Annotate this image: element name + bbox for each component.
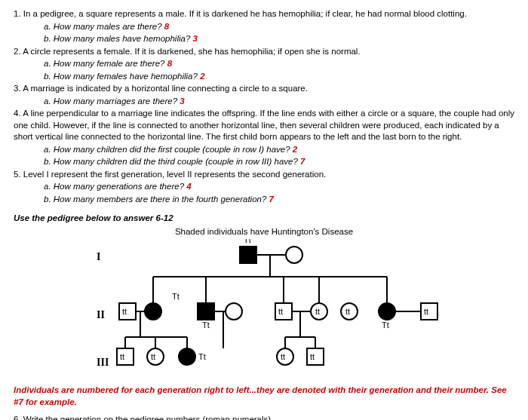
q1b: b. How many males have hemophilia? 3 bbox=[14, 33, 514, 45]
gen-label-2: II bbox=[97, 308, 105, 323]
svg-text:Tt: Tt bbox=[198, 352, 206, 361]
q2a-text: a. How many female are there? bbox=[44, 59, 164, 68]
pedigree-chart: I II III Tt tt Tt Tt tt tt bbox=[89, 239, 481, 379]
q1b-ans: 3 bbox=[193, 34, 198, 43]
q2a: a. How many female are there? 8 bbox=[14, 58, 514, 70]
svg-text:tt: tt bbox=[122, 307, 127, 316]
svg-text:Tt: Tt bbox=[172, 292, 180, 301]
q4a-ans: 2 bbox=[293, 145, 297, 154]
svg-point-24 bbox=[379, 303, 395, 320]
q3a-text: a. How many marriages are there? bbox=[44, 97, 177, 106]
pedigree-title: Shaded individuals have Huntington's Dis… bbox=[14, 226, 514, 238]
svg-text:tt: tt bbox=[151, 352, 155, 361]
q3a-ans: 3 bbox=[180, 97, 184, 106]
q2-text: 2. A circle represents a female. If it i… bbox=[14, 46, 514, 58]
q6: 6. Write the generation on the pedigree … bbox=[14, 414, 514, 420]
instruction-6-12: Use the pedigree below to answer 6-12 bbox=[14, 213, 514, 225]
svg-text:tt: tt bbox=[424, 307, 428, 316]
q5-text: 5. Level I represent the first generatio… bbox=[14, 169, 514, 181]
q2b-text: b. How many females have hemophilia? bbox=[44, 72, 198, 81]
q4b-text: b. How many children did the third coupl… bbox=[44, 157, 298, 166]
svg-text:tt: tt bbox=[120, 352, 124, 361]
q4b-ans: 7 bbox=[300, 157, 305, 166]
gen-label-3: III bbox=[97, 356, 109, 370]
numbering-note: Individuals are numbered for each genera… bbox=[14, 385, 514, 408]
q5a-text: a. How many generations are there? bbox=[44, 182, 184, 191]
q2a-ans: 8 bbox=[167, 59, 172, 68]
svg-point-15 bbox=[226, 303, 242, 320]
svg-point-38 bbox=[179, 348, 195, 365]
q4-text: 4. A line perpendicular to a marriage li… bbox=[14, 108, 514, 143]
genotype-label: Tt bbox=[244, 239, 251, 244]
svg-rect-13 bbox=[198, 303, 214, 320]
q1a-ans: 8 bbox=[164, 22, 169, 31]
female-unaffected-icon bbox=[286, 247, 302, 263]
svg-point-11 bbox=[145, 303, 161, 320]
svg-text:tt: tt bbox=[315, 307, 320, 316]
svg-text:Tt: Tt bbox=[202, 320, 210, 330]
svg-text:tt: tt bbox=[281, 352, 285, 361]
q3-text: 3. A marriage is indicated by a horizont… bbox=[14, 83, 514, 95]
svg-text:tt: tt bbox=[310, 352, 315, 361]
q2b: b. How many females have hemophilia? 2 bbox=[14, 71, 514, 83]
pedigree-svg: Tt tt Tt Tt tt tt tt bbox=[89, 239, 481, 379]
q2b-ans: 2 bbox=[200, 72, 204, 81]
male-affected-icon bbox=[240, 247, 256, 263]
q1a: a. How many males are there? 8 bbox=[14, 21, 514, 33]
gen-label-1: I bbox=[97, 250, 100, 265]
q4a-text: a. How many children did the first coupl… bbox=[44, 145, 290, 154]
q1-text: 1. In a pedigree, a square represents a … bbox=[14, 8, 514, 20]
q5b-ans: 7 bbox=[269, 195, 274, 204]
q4b: b. How many children did the third coupl… bbox=[14, 156, 514, 168]
q5a: a. How many generations are there? 4 bbox=[14, 181, 514, 193]
svg-text:tt: tt bbox=[345, 307, 350, 316]
q1b-text: b. How many males have hemophilia? bbox=[44, 34, 190, 43]
q4a: a. How many children did the first coupl… bbox=[14, 144, 514, 156]
q5b: b. How many members are there in the fou… bbox=[14, 194, 514, 206]
q3a: a. How many marriages are there? 3 bbox=[14, 96, 514, 108]
q5b-text: b. How many members are there in the fou… bbox=[44, 195, 266, 204]
svg-text:Tt: Tt bbox=[382, 320, 389, 330]
q5a-ans: 4 bbox=[186, 182, 191, 191]
q1a-text: a. How many males are there? bbox=[44, 22, 162, 31]
svg-text:tt: tt bbox=[278, 307, 283, 316]
